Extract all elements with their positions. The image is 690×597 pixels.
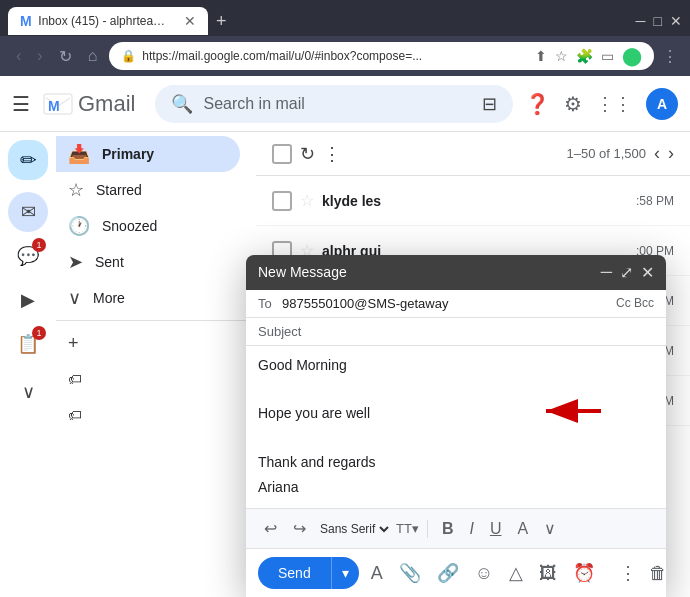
insert-photo-icon[interactable]: 🖼 [535, 559, 561, 588]
window-minimize[interactable]: ─ [636, 13, 646, 29]
url-text: https://mail.google.com/mail/u/0/#inbox?… [142, 49, 529, 63]
nav-item-sent[interactable]: ➤ Sent [56, 244, 240, 280]
email-checkbox[interactable] [272, 191, 292, 211]
compose-actions: Send ▾ A 📎 🔗 ☺ △ 🖼 ⏰ ⋮ 🗑 [246, 548, 666, 597]
emoji-icon[interactable]: ☺ [471, 559, 497, 588]
font-color-button[interactable]: A [511, 516, 534, 542]
home-button[interactable]: ⌂ [84, 45, 102, 67]
compose-subject-row[interactable]: Subject [246, 318, 666, 346]
send-dropdown-arrow[interactable]: ▾ [331, 557, 359, 589]
sent-icon: ➤ [68, 251, 83, 273]
nav-sidebar: 📥 Primary ☆ Starred 🕐 Snoozed ➤ Sent ∨ M… [56, 132, 256, 597]
profile-icon[interactable]: ⬤ [622, 45, 642, 67]
window-close[interactable]: ✕ [670, 13, 682, 29]
gmail-header: ☰ M Gmail 🔍 Search in mail ⊟ ❓ ⚙ ⋮⋮ A [0, 76, 690, 132]
compose-to-field[interactable]: 9875550100@SMS-getaway [282, 296, 612, 311]
underline-button[interactable]: U [484, 516, 508, 542]
more-formatting-button[interactable]: ∨ [538, 515, 562, 542]
next-page-button[interactable]: › [668, 143, 674, 164]
compose-close-button[interactable]: ✕ [641, 263, 654, 282]
add-icon: + [68, 333, 79, 354]
red-arrow-annotation [526, 386, 606, 439]
label-icon-2: 🏷 [68, 407, 82, 423]
gmail-logo-text: Gmail [78, 91, 135, 117]
body-line-6: Ariana [258, 476, 654, 498]
compose-cc-bcc-button[interactable]: Cc Bcc [616, 296, 654, 310]
nav-label-2[interactable]: 🏷 [56, 397, 240, 433]
avatar[interactable]: A [646, 88, 678, 120]
label-icon-1: 🏷 [68, 371, 82, 387]
tab-bar: M Inbox (415) - alphrteam@gmail... ✕ + ─… [0, 0, 690, 36]
search-icon: 🔍 [171, 93, 193, 115]
compose-fab[interactable]: ✏ [8, 140, 48, 180]
attach-file-icon[interactable]: 📎 [395, 558, 425, 588]
reload-button[interactable]: ↻ [55, 45, 76, 68]
prev-page-button[interactable]: ‹ [654, 143, 660, 164]
more-options-icon[interactable]: ⋮ [615, 558, 641, 588]
refresh-button[interactable]: ↻ [300, 143, 315, 165]
extension-icon[interactable]: 🧩 [576, 48, 593, 64]
browser-more-icon[interactable]: ⋮ [662, 47, 678, 66]
share-icon[interactable]: ⬆ [535, 48, 547, 64]
header-action-icons: ❓ ⚙ ⋮⋮ A [525, 88, 678, 120]
nav-label-1[interactable]: 🏷 [56, 361, 240, 397]
text-format-toggle-icon[interactable]: A [367, 559, 387, 588]
search-options-icon[interactable]: ⊟ [482, 93, 497, 115]
redo-button[interactable]: ↪ [287, 515, 312, 542]
toolbar-separator [427, 520, 428, 538]
nav-item-snoozed[interactable]: 🕐 Snoozed [56, 208, 240, 244]
font-size-button[interactable]: TT▾ [396, 521, 419, 536]
italic-button[interactable]: I [463, 516, 479, 542]
sidebar-icon-meet[interactable]: ▶ [8, 280, 48, 320]
nav-item-starred[interactable]: ☆ Starred [56, 172, 240, 208]
select-all-checkbox[interactable] [272, 144, 292, 164]
nav-add-label[interactable]: + [56, 325, 240, 361]
browser-menu-icons: ⋮ [662, 47, 678, 66]
compose-body[interactable]: Good Morning Hope you are well Thank and… [246, 346, 666, 508]
apps-grid-icon[interactable]: ⋮⋮ [596, 93, 632, 115]
schedule-send-icon[interactable]: ⏰ [569, 558, 599, 588]
sidebar-icon[interactable]: ▭ [601, 48, 614, 64]
icon-sidebar: ✏ ✉ 💬 1 ▶ 📋 1 ∨ [0, 132, 56, 597]
search-input[interactable]: Search in mail [203, 95, 472, 113]
sidebar-icon-mail[interactable]: ✉ [8, 192, 48, 232]
main-menu-button[interactable]: ☰ [12, 92, 30, 116]
compose-expand-button[interactable]: ⤢ [620, 263, 633, 282]
bookmark-icon[interactable]: ☆ [555, 48, 568, 64]
sidebar-icon-tasks[interactable]: 📋 1 [8, 324, 48, 364]
delete-compose-button[interactable]: 🗑 [649, 563, 667, 584]
insert-link-icon[interactable]: 🔗 [433, 558, 463, 588]
gmail-logo: M Gmail [42, 91, 135, 117]
drive-icon[interactable]: △ [505, 558, 527, 588]
email-time: :58 PM [636, 194, 674, 208]
back-button[interactable]: ‹ [12, 45, 25, 67]
nav-more-label: More [93, 290, 224, 306]
font-family-select[interactable]: Sans Serif [316, 521, 392, 537]
tab-close-btn[interactable]: ✕ [184, 13, 196, 29]
nav-more-icon: ∨ [68, 287, 81, 309]
sidebar-more-btn[interactable]: ∨ [8, 372, 48, 412]
compose-header-controls: ─ ⤢ ✕ [601, 263, 654, 282]
send-button[interactable]: Send ▾ [258, 557, 359, 589]
help-icon[interactable]: ❓ [525, 92, 550, 116]
url-action-icons: ⬆ ☆ 🧩 ▭ ⬤ [535, 45, 642, 67]
mail-icon: ✉ [21, 201, 36, 223]
table-row[interactable]: ☆ klyde les :58 PM [256, 176, 690, 226]
bold-button[interactable]: B [436, 516, 460, 542]
sidebar-icon-chat[interactable]: 💬 1 [8, 236, 48, 276]
window-maximize[interactable]: □ [654, 13, 662, 29]
new-tab-button[interactable]: + [216, 11, 227, 32]
forward-button[interactable]: › [33, 45, 46, 67]
nav-item-more[interactable]: ∨ More [56, 280, 240, 316]
settings-icon[interactable]: ⚙ [564, 92, 582, 116]
star-icon[interactable]: ☆ [300, 191, 314, 210]
list-more-button[interactable]: ⋮ [323, 143, 341, 165]
search-bar[interactable]: 🔍 Search in mail ⊟ [155, 85, 513, 123]
active-tab[interactable]: M Inbox (415) - alphrteam@gmail... ✕ [8, 7, 208, 35]
browser-chrome: M Inbox (415) - alphrteam@gmail... ✕ + ─… [0, 0, 690, 76]
undo-button[interactable]: ↩ [258, 515, 283, 542]
compose-minimize-button[interactable]: ─ [601, 263, 612, 281]
nav-item-primary[interactable]: 📥 Primary [56, 136, 240, 172]
nav-divider [56, 320, 256, 321]
url-box[interactable]: 🔒 https://mail.google.com/mail/u/0/#inbo… [109, 42, 654, 70]
